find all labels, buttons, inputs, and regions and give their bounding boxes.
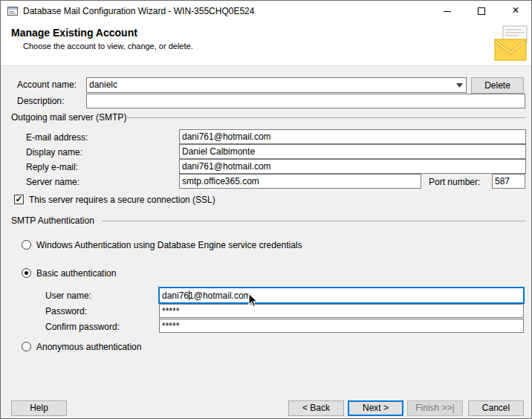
display-name-input[interactable] (179, 144, 526, 159)
title-bar: Database Mail Configuration Wizard - WIN… (1, 1, 532, 22)
minimize-icon (444, 11, 451, 12)
description-input[interactable] (86, 94, 525, 108)
close-button[interactable]: × (499, 1, 532, 22)
app-icon (7, 5, 19, 17)
display-name-label: Display name: (26, 147, 82, 157)
reply-email-label: Reply e-mail: (26, 162, 78, 172)
account-name-select[interactable]: danielc (86, 77, 467, 93)
account-name-label: Account name: (17, 79, 77, 90)
minimize-button[interactable] (430, 1, 464, 22)
basic-auth-radio[interactable] (22, 268, 31, 278)
ssl-checkbox-label: This server requires a secure connection… (29, 195, 215, 205)
check-icon: ✓ (15, 194, 22, 204)
description-label: Description: (17, 96, 64, 106)
page-subtitle: Choose the account to view, change, or d… (23, 42, 193, 51)
window-title: Database Mail Configuration Wizard - WIN… (23, 6, 254, 16)
windows-auth-label: Windows Authentication using Database En… (36, 240, 302, 250)
text-caret (189, 290, 189, 300)
page-title: Manage Existing Account (11, 27, 137, 39)
server-name-label: Server name: (26, 177, 80, 187)
maximize-button[interactable] (464, 1, 499, 22)
wizard-header: Manage Existing Account Choose the accou… (1, 22, 532, 66)
smtp-group-label: Outgoing mail server (SMTP) (11, 112, 126, 123)
password-input[interactable] (159, 304, 524, 318)
delete-button[interactable]: Delete (471, 77, 524, 94)
mouse-cursor-icon (248, 293, 258, 308)
basic-auth-label: Basic authentication (36, 268, 116, 279)
wizard-window: Database Mail Configuration Wizard - WIN… (0, 0, 532, 419)
windows-auth-radio[interactable] (22, 240, 31, 250)
smtp-group-line (127, 117, 525, 118)
confirm-password-input[interactable] (159, 319, 524, 333)
maximize-icon (478, 7, 485, 15)
reply-email-input[interactable] (179, 159, 526, 174)
finish-button[interactable]: Finish >>| (407, 400, 463, 416)
user-name-input[interactable] (159, 288, 524, 303)
port-number-label: Port number: (429, 177, 480, 187)
chevron-down-icon (456, 83, 463, 88)
next-button[interactable]: Next > (348, 400, 403, 416)
close-icon: × (512, 4, 519, 16)
port-number-input[interactable] (492, 174, 525, 189)
email-address-label: E-mail address: (26, 132, 88, 143)
anonymous-auth-radio[interactable] (22, 342, 31, 351)
mail-icon (491, 23, 531, 65)
anonymous-auth-label: Anonymous authentication (36, 342, 141, 352)
help-button[interactable]: Help (11, 400, 67, 416)
auth-group-label: SMTP Authentication (11, 215, 94, 226)
confirm-password-label: Confirm password: (45, 322, 120, 332)
password-label: Password: (45, 306, 87, 316)
user-name-label: User name: (45, 290, 91, 301)
back-button[interactable]: < Back (288, 400, 344, 416)
server-name-input[interactable] (179, 174, 421, 189)
ssl-checkbox[interactable]: ✓ (14, 195, 24, 204)
account-name-value: danielc (89, 79, 117, 90)
cancel-button[interactable]: Cancel (468, 400, 524, 416)
email-address-input[interactable] (179, 129, 526, 144)
auth-group-line (102, 221, 525, 221)
